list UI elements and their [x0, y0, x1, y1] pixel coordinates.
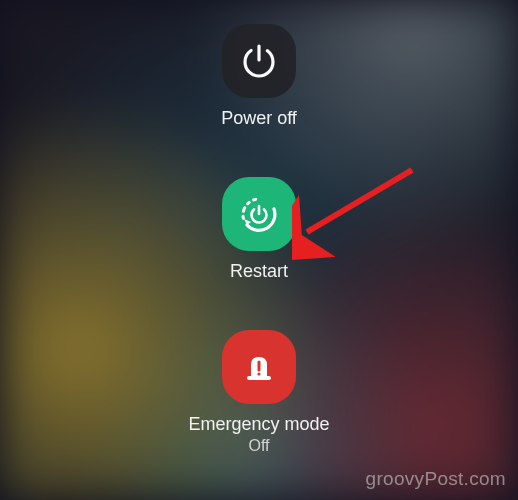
- emergency-mode-button[interactable]: Emergency mode Off: [188, 330, 329, 455]
- svg-point-8: [257, 372, 260, 375]
- restart-icon: [236, 191, 282, 237]
- power-menu: Power off Restart: [0, 0, 518, 500]
- emergency-icon-container: [222, 330, 296, 404]
- power-icon: [238, 40, 280, 82]
- watermark: groovyPost.com: [366, 468, 506, 490]
- power-off-label: Power off: [221, 108, 297, 129]
- restart-label: Restart: [230, 261, 288, 282]
- emergency-sublabel: Off: [248, 437, 269, 455]
- restart-button[interactable]: Restart: [222, 177, 296, 282]
- emergency-icon: [237, 345, 281, 389]
- svg-rect-6: [247, 376, 271, 380]
- power-off-icon-container: [222, 24, 296, 98]
- restart-icon-container: [222, 177, 296, 251]
- emergency-label: Emergency mode: [188, 414, 329, 435]
- power-off-button[interactable]: Power off: [221, 24, 297, 129]
